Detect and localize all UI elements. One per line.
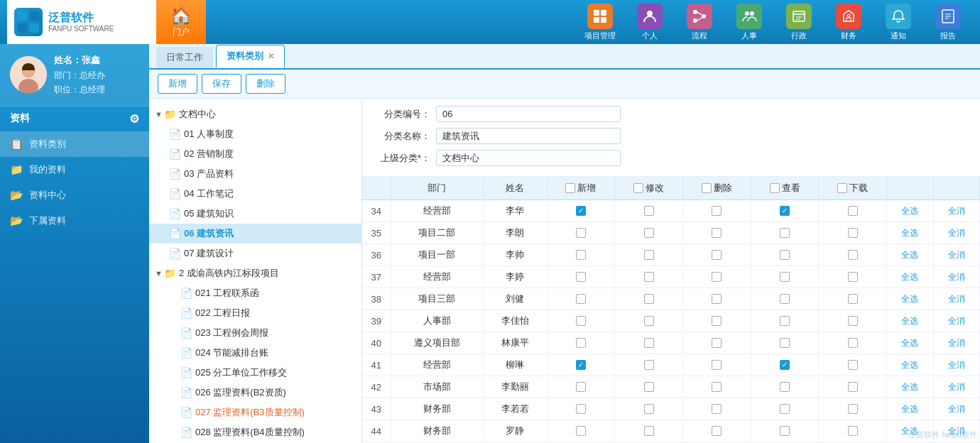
download-checkbox[interactable] [848, 294, 858, 304]
add-checkbox[interactable] [576, 294, 586, 304]
th-add[interactable]: 新增 [547, 177, 615, 200]
th-del-checkbox[interactable] [702, 183, 712, 193]
category-num-input[interactable] [436, 106, 621, 122]
download-checkbox[interactable] [848, 272, 858, 282]
nav-flow[interactable]: 流程 [675, 0, 724, 44]
add-checkbox[interactable] [576, 228, 586, 238]
add-checkbox[interactable] [576, 272, 586, 282]
clear-all-link[interactable]: 全消 [948, 426, 965, 436]
tab-daily-work[interactable]: 日常工作 [156, 47, 213, 68]
select-all-link[interactable]: 全选 [901, 382, 918, 392]
th-add-checkbox[interactable] [565, 183, 575, 193]
clear-all-link[interactable]: 全消 [948, 382, 965, 392]
tree-item-022[interactable]: 📄 022 工程日报 [149, 303, 361, 323]
tree-item-07[interactable]: 📄 07 建筑设计 [149, 244, 361, 263]
tree-item-2[interactable]: ▼ 📁 2 成渝高铁内江标段项目 [149, 263, 361, 283]
view-checkbox[interactable] [780, 426, 790, 436]
add-checkbox[interactable] [576, 206, 586, 216]
nav-finance[interactable]: 财务 [824, 0, 873, 44]
clear-all-link[interactable]: 全消 [948, 272, 965, 282]
edit-checkbox[interactable] [644, 426, 654, 436]
th-view[interactable]: 查看 [751, 177, 819, 200]
tree-root[interactable]: ▼ 📁 文档中心 [149, 104, 361, 124]
th-edit[interactable]: 修改 [615, 177, 683, 200]
download-checkbox[interactable] [848, 228, 858, 238]
select-all-link[interactable]: 全选 [901, 360, 918, 370]
edit-checkbox[interactable] [644, 206, 654, 216]
del-checkbox[interactable] [712, 382, 722, 392]
select-all-link[interactable]: 全选 [901, 316, 918, 326]
del-checkbox[interactable] [712, 272, 722, 282]
add-checkbox[interactable] [576, 360, 586, 370]
select-all-link[interactable]: 全选 [901, 250, 918, 260]
select-all-link[interactable]: 全选 [901, 272, 918, 282]
clear-all-link[interactable]: 全消 [948, 206, 965, 216]
view-checkbox[interactable] [780, 206, 790, 216]
select-all-link[interactable]: 全选 [901, 338, 918, 348]
home-button[interactable]: 🏠 门户 [156, 0, 206, 44]
gear-icon[interactable]: ⚙ [129, 112, 139, 126]
del-checkbox[interactable] [712, 316, 722, 326]
category-name-input[interactable] [436, 128, 621, 144]
nav-person[interactable]: 个人 [625, 0, 675, 44]
nav-hr[interactable]: 人事 [724, 0, 774, 44]
tree-item-028[interactable]: 📄 028 监理资料(B4质量控制) [149, 422, 361, 442]
download-checkbox[interactable] [848, 206, 858, 216]
view-checkbox[interactable] [780, 316, 790, 326]
edit-checkbox[interactable] [644, 272, 654, 282]
tree-item-01[interactable]: 📄 01 人事制度 [149, 124, 361, 144]
tree-item-025[interactable]: 📄 025 分工单位工作移交 [149, 363, 361, 383]
select-all-link[interactable]: 全选 [901, 426, 918, 436]
view-checkbox[interactable] [780, 382, 790, 392]
sidebar-item-my-docs[interactable]: 📁 我的资料 [0, 157, 149, 182]
clear-all-link[interactable]: 全消 [948, 360, 965, 370]
nav-project[interactable]: 项目管理 [575, 0, 625, 44]
sidebar-item-doc-center[interactable]: 📂 资料中心 [0, 182, 149, 208]
tree-item-024[interactable]: 📄 024 节能减排台账 [149, 343, 361, 363]
tree-item-05[interactable]: 📄 05 建筑知识 [149, 204, 361, 224]
view-checkbox[interactable] [780, 360, 790, 370]
add-checkbox[interactable] [576, 250, 586, 260]
clear-all-link[interactable]: 全消 [948, 228, 965, 238]
add-checkbox[interactable] [576, 426, 586, 436]
tree-item-021[interactable]: 📄 021 工程联系函 [149, 283, 361, 303]
del-checkbox[interactable] [712, 360, 722, 370]
clear-all-link[interactable]: 全消 [948, 316, 965, 326]
view-checkbox[interactable] [780, 250, 790, 260]
sidebar-item-sub-docs[interactable]: 📂 下属资料 [0, 208, 149, 234]
edit-checkbox[interactable] [644, 316, 654, 326]
tree-item-06[interactable]: 📄 06 建筑资讯 [149, 224, 361, 244]
view-checkbox[interactable] [780, 404, 790, 414]
save-button[interactable]: 保存 [202, 74, 241, 94]
edit-checkbox[interactable] [644, 228, 654, 238]
select-all-link[interactable]: 全选 [901, 206, 918, 216]
tab-categories[interactable]: 资料类别 ✕ [216, 45, 285, 68]
del-checkbox[interactable] [712, 294, 722, 304]
clear-all-link[interactable]: 全消 [948, 294, 965, 304]
nav-report[interactable]: 报告 [923, 0, 973, 44]
tree-item-023[interactable]: 📄 023 工程例会周报 [149, 323, 361, 343]
tree-item-027[interactable]: 📄 027 监理资料(B3质量控制) [149, 403, 361, 422]
add-checkbox[interactable] [576, 338, 586, 348]
edit-checkbox[interactable] [644, 294, 654, 304]
view-checkbox[interactable] [780, 272, 790, 282]
th-view-checkbox[interactable] [770, 183, 780, 193]
parent-input[interactable] [436, 150, 621, 166]
th-download-checkbox[interactable] [837, 183, 847, 193]
download-checkbox[interactable] [848, 250, 858, 260]
download-checkbox[interactable] [848, 316, 858, 326]
edit-checkbox[interactable] [644, 382, 654, 392]
th-download[interactable]: 下载 [819, 177, 887, 200]
del-checkbox[interactable] [712, 250, 722, 260]
download-checkbox[interactable] [848, 426, 858, 436]
select-all-link[interactable]: 全选 [901, 404, 918, 414]
close-tab-icon[interactable]: ✕ [268, 52, 274, 61]
delete-button[interactable]: 删除 [246, 74, 285, 94]
th-edit-checkbox[interactable] [633, 183, 643, 193]
view-checkbox[interactable] [780, 228, 790, 238]
del-checkbox[interactable] [712, 228, 722, 238]
view-checkbox[interactable] [780, 338, 790, 348]
clear-all-link[interactable]: 全消 [948, 404, 965, 414]
select-all-link[interactable]: 全选 [901, 228, 918, 238]
download-checkbox[interactable] [848, 382, 858, 392]
